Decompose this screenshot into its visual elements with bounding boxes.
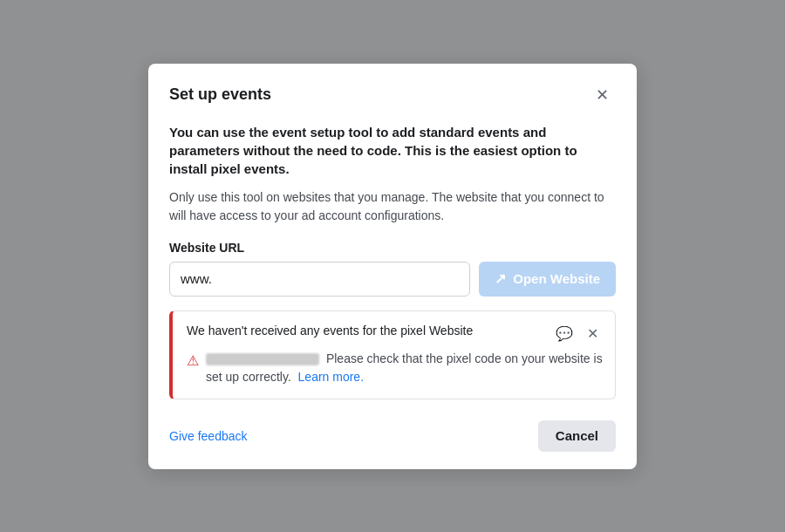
feedback-icon: 💬 (556, 325, 573, 342)
modal-footer: Give feedback Cancel (169, 420, 616, 452)
alert-close-button[interactable]: ✕ (582, 324, 603, 344)
url-row: ↗ Open Website (169, 262, 616, 297)
website-url-label: Website URL (169, 241, 616, 255)
website-url-input[interactable] (169, 262, 470, 297)
open-website-label: Open Website (513, 271, 600, 286)
modal-subtitle: You can use the event setup tool to add … (169, 123, 616, 178)
modal-title: Set up events (169, 85, 271, 104)
blurred-url (206, 353, 319, 365)
alert-close-icon: ✕ (587, 325, 598, 342)
alert-box: We haven't received any events for the p… (169, 310, 616, 399)
modal-header: Set up events ✕ (169, 81, 616, 109)
modal-dialog: Set up events ✕ You can use the event se… (148, 64, 637, 469)
cancel-button[interactable]: Cancel (538, 420, 616, 452)
open-website-button[interactable]: ↗ Open Website (479, 262, 616, 297)
give-feedback-link[interactable]: Give feedback (169, 429, 248, 443)
learn-more-link[interactable]: Learn more. (298, 370, 364, 384)
warning-icon: ⚠ (187, 351, 199, 372)
modal-description: Only use this tool on websites that you … (169, 188, 616, 225)
alert-title: We haven't received any events for the p… (187, 324, 473, 338)
close-icon: ✕ (596, 85, 609, 105)
close-button[interactable]: ✕ (588, 81, 616, 109)
alert-actions: 💬 ✕ (554, 324, 603, 344)
modal-overlay: Set up events ✕ You can use the event se… (0, 0, 785, 532)
alert-text: Please check that the pixel code on your… (206, 350, 603, 386)
external-link-icon: ↗ (495, 270, 506, 287)
alert-body: ⚠ Please check that the pixel code on yo… (187, 350, 603, 386)
alert-top-row: We haven't received any events for the p… (187, 324, 603, 344)
alert-feedback-button[interactable]: 💬 (554, 324, 575, 344)
